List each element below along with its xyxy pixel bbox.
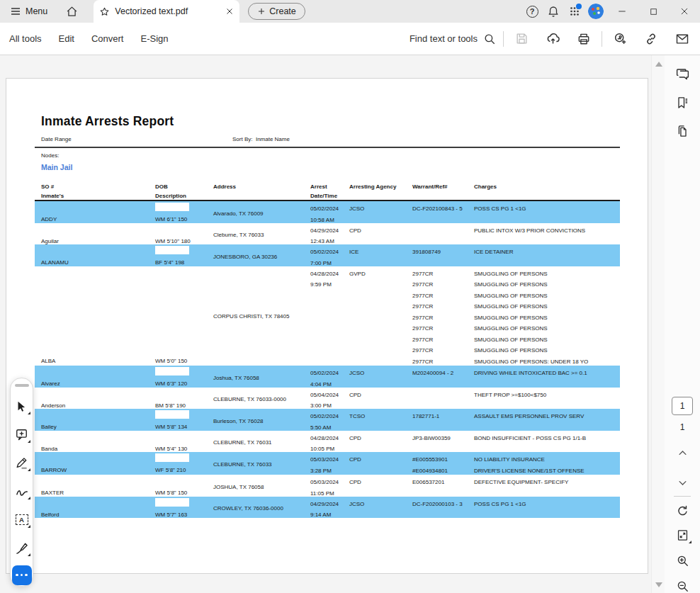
warrant-ref: 2977CR [412,279,474,290]
create-button[interactable]: Create [248,3,305,20]
nav-esign[interactable]: E-Sign [140,33,168,44]
charge-row: 1782771-1ASSAULT EMS PERSONNEL PROV SERV [412,411,620,422]
fill-sign-tool-button[interactable] [13,540,30,557]
charge-row: #E005553901NO LIABILITY INSURANCE [412,454,620,465]
scroll-up-arrow[interactable] [652,58,665,69]
rotate-button[interactable] [665,500,700,521]
tab-close-icon[interactable] [225,7,234,16]
zoom-in-button[interactable] [665,550,700,571]
table-row: BelfordWM 5'7" 163CROWLEY, TX 76036-0000… [35,497,620,519]
share-button[interactable] [542,28,563,50]
nav-edit[interactable]: Edit [59,33,74,44]
request-sign-icon [613,31,628,46]
warrant-ref: 1782771-1 [412,411,474,422]
get-link-button[interactable] [640,28,662,50]
bookmarks-panel-button[interactable] [665,92,700,113]
notifications-button[interactable] [543,0,564,23]
comments-panel-button[interactable] [665,64,700,85]
help-button[interactable]: ? [521,0,543,23]
nav-all-tools[interactable]: All tools [9,33,42,44]
arresting-agency: JCSO [349,497,412,521]
charge-text: DRIVING WHILE INTOXICATED BAC >= 0.1 [474,368,587,379]
highlight-tool-button[interactable] [13,455,30,472]
home-icon [66,6,78,18]
minimize-icon [617,6,627,16]
table-row: AguilarWM 5'10" 180Cleburne, TX 7603304/… [35,223,620,245]
charges-list: E006537201DEFECTIVE EQUIPMENT- SPECIFY [412,475,620,499]
redacted-dob [155,246,189,254]
select-tool-button[interactable] [13,398,30,415]
star-icon[interactable] [99,6,110,17]
maximize-button[interactable] [638,0,669,23]
print-button[interactable] [573,28,594,50]
table-header: SO #Inmate's DOBDescription Address Arre… [35,181,620,201]
fit-page-button[interactable] [665,524,700,546]
home-button[interactable] [60,0,84,23]
inmate-address: CORPUS CHRISTI, TX 78405 [213,266,310,368]
zoom-out-button[interactable] [665,575,700,593]
charge-row: 2977CRSMUGGLING OF PERSONS [412,323,620,334]
page-number-field[interactable] [672,397,693,415]
charges-list: 1782771-1ASSAULT EMS PERSONNEL PROV SERV [412,409,620,433]
inmate-address: Cleburne, TX 76033 [213,223,310,247]
apps-grid-button[interactable] [564,0,585,23]
charge-text: BOND INSUFFICIENT - POSS CS PG 1/1-B [474,433,586,444]
header-charges: Charges [474,181,620,201]
warrant-ref: 2977CR [412,345,474,356]
acrobat-window: Menu Vectorized text.pdf Create ? [0,0,700,593]
email-button[interactable] [672,28,693,50]
document-tab[interactable]: Vectorized text.pdf [94,0,239,23]
charge-text: SMUGGLING OF PERSONS [474,323,548,334]
inmate-description: WM 5'8" 134 [155,409,213,433]
arrest-datetime: 04/28/202410:05 PM [310,431,349,455]
menu-icon [10,6,21,17]
warrant-ref [412,390,474,401]
toolbar-divider-2 [602,31,602,47]
account-button[interactable] [585,0,606,23]
more-tools-button[interactable] [12,565,32,585]
redacted-dob [155,410,189,419]
find-button[interactable]: Find text or tools [410,33,496,45]
arrest-date: 04/29/2024 [310,225,349,237]
rail-divider [674,496,691,497]
document-scrollbar[interactable] [651,55,665,593]
report-divider [35,147,620,148]
warrant-ref: 391808749 [412,247,474,258]
inmate-description: WM 5'10" 180 [155,223,213,247]
select-arrow-icon [16,400,28,412]
charge-row: 2977CRSMUGGLING OF PERSONS [412,269,620,280]
request-signatures-button[interactable] [609,28,631,50]
charge-row: 2977CRSMUGGLING OF PERSONS [412,345,620,356]
panel-drag-handle[interactable] [15,384,29,387]
menu-button[interactable]: Menu [4,0,53,23]
inmate-address: Burleson, TX 76028 [213,409,310,433]
next-page-button[interactable] [665,472,700,493]
arrest-datetime: 05/02/20245:50 AM [310,409,349,433]
page-thumbnails-button[interactable] [665,120,700,142]
draw-tool-button[interactable] [13,483,30,500]
charge-text: ASSAULT EMS PERSONNEL PROV SERV [474,411,584,422]
add-comment-button[interactable] [13,427,30,444]
text-select-tool-button[interactable]: A [13,512,30,529]
arresting-agency: CPD [349,223,412,247]
charge-row: 391808749ICE DETAINER [412,247,620,258]
charge-text: THEFT PROP >=$100<$750 [474,390,546,401]
minimize-button[interactable] [606,0,638,23]
save-button[interactable] [511,28,532,50]
page-number-input[interactable] [672,397,693,415]
page-total: 1 [665,422,700,432]
header-dob-description: DOBDescription [155,181,213,201]
inmate-description: WM 5'0" 150 [155,266,213,368]
inmate-address: CLEBURNE, TX 76031 [213,431,310,455]
arresting-agency: CPD [349,388,412,412]
arrest-date: 05/02/2024 [310,247,349,258]
previous-page-button[interactable] [665,442,700,463]
charge-row: 2977CRSMUGGLING OF PERSONS [412,290,620,302]
nav-convert[interactable]: Convert [91,33,124,44]
warrant-ref: 2977CR [412,301,474,312]
charge-row: JP3-BIW00359BOND INSUFFICIENT - POSS CS … [412,433,620,444]
charge-text: SMUGGLING OF PERSONS [474,334,548,346]
arrest-datetime: 05/03/20243:28 PM [310,452,349,476]
scroll-down-arrow[interactable] [652,579,665,590]
window-close-button[interactable] [669,0,700,23]
